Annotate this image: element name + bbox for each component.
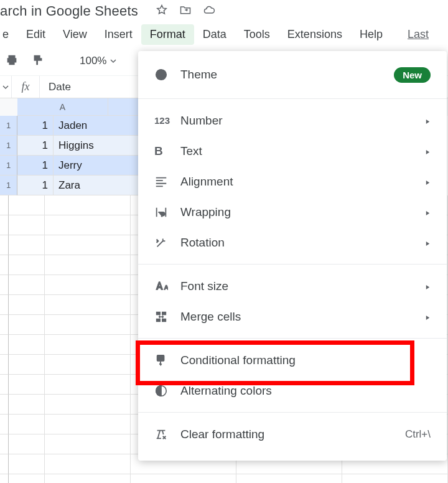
menu-extensions[interactable]: Extensions: [279, 24, 351, 45]
menu-last-edit[interactable]: Last: [399, 24, 437, 45]
menu-format[interactable]: Format: [141, 24, 194, 45]
cell[interactable]: [45, 315, 131, 335]
row-header[interactable]: [0, 295, 9, 315]
row-header[interactable]: [0, 415, 9, 434]
palette-icon: [154, 68, 180, 82]
zoom-value: 100%: [80, 55, 106, 67]
menu-item-rotation[interactable]: Rotation: [138, 227, 447, 258]
cell[interactable]: [9, 434, 45, 454]
row-header[interactable]: [0, 395, 9, 415]
cloud-icon[interactable]: [203, 4, 215, 19]
cell[interactable]: [45, 454, 131, 474]
cell[interactable]: [45, 335, 131, 355]
cell[interactable]: [45, 195, 131, 215]
cell[interactable]: [45, 255, 131, 275]
cell[interactable]: 1: [17, 176, 54, 195]
cell[interactable]: [9, 315, 45, 335]
row-header[interactable]: [0, 315, 9, 335]
row-header[interactable]: [0, 335, 9, 355]
cell[interactable]: [9, 415, 45, 434]
cell[interactable]: [131, 474, 236, 483]
menu-insert[interactable]: Insert: [96, 24, 141, 45]
paint-format-icon[interactable]: [31, 53, 45, 69]
menu-tools[interactable]: Tools: [235, 24, 279, 45]
cell[interactable]: [45, 395, 131, 415]
cell[interactable]: Zara: [54, 176, 139, 195]
row-header[interactable]: [0, 355, 9, 375]
row-header[interactable]: [0, 235, 9, 255]
menu-item-alignment[interactable]: Alignment: [138, 166, 447, 197]
menu-edit[interactable]: Edit: [17, 24, 54, 45]
cell[interactable]: [45, 235, 131, 255]
menu-item-conditional-formatting[interactable]: Conditional formatting: [138, 345, 447, 375]
cell[interactable]: [9, 454, 45, 474]
column-header-a[interactable]: A: [17, 98, 108, 116]
cell[interactable]: [45, 355, 131, 375]
move-folder-icon[interactable]: [179, 4, 192, 19]
menu-help[interactable]: Help: [351, 24, 391, 45]
row-header[interactable]: [0, 434, 9, 454]
cell[interactable]: [45, 375, 131, 395]
menu-item-theme[interactable]: Theme New: [138, 57, 447, 92]
row-header[interactable]: 1: [0, 156, 17, 176]
star-icon[interactable]: [156, 4, 168, 19]
cell[interactable]: [9, 335, 45, 355]
menu-item-clear-formatting[interactable]: Clear formatting Ctrl+\: [138, 419, 447, 449]
cell[interactable]: [9, 255, 45, 275]
menu-data[interactable]: Data: [194, 24, 235, 45]
zoom-select[interactable]: 100%: [80, 55, 116, 67]
formula-value[interactable]: Date: [40, 81, 71, 93]
menu-item-text[interactable]: B Text: [138, 136, 447, 166]
submenu-arrow-icon: [425, 279, 431, 293]
cell[interactable]: 1: [17, 136, 54, 156]
menu-view[interactable]: View: [54, 24, 96, 45]
cell[interactable]: [45, 415, 131, 434]
cell[interactable]: [9, 215, 45, 235]
cell[interactable]: [9, 195, 45, 215]
cell[interactable]: [9, 295, 45, 315]
cell[interactable]: [45, 275, 131, 295]
cell[interactable]: [9, 474, 45, 483]
select-all-corner[interactable]: [0, 98, 17, 116]
print-icon[interactable]: [5, 53, 19, 69]
menu-file[interactable]: e: [0, 24, 17, 45]
cell[interactable]: [45, 215, 131, 235]
row-header[interactable]: [0, 255, 9, 275]
cell[interactable]: [9, 275, 45, 295]
cell[interactable]: [9, 235, 45, 255]
cell[interactable]: Jerry: [54, 156, 139, 176]
bold-icon: B: [154, 144, 180, 158]
cell[interactable]: 1: [17, 116, 54, 136]
menu-item-merge[interactable]: Merge cells: [138, 301, 447, 332]
rotation-icon: [154, 236, 180, 250]
row-header[interactable]: [0, 474, 9, 483]
row-header[interactable]: [0, 454, 9, 474]
cell[interactable]: Jaden: [54, 116, 139, 136]
cell[interactable]: [236, 474, 342, 483]
menu-item-alternating-colors[interactable]: Alternating colors: [138, 375, 447, 406]
format-menu-dropdown: Theme New 123 Number B Text Alignment Wr…: [138, 51, 447, 461]
row-header[interactable]: 1: [0, 116, 17, 136]
row-header[interactable]: 1: [0, 136, 17, 156]
row-header[interactable]: [0, 195, 9, 215]
menu-item-label: Alignment: [180, 175, 233, 189]
row-header[interactable]: [0, 275, 9, 295]
row-header[interactable]: 1: [0, 176, 17, 195]
menu-item-fontsize[interactable]: Font size: [138, 271, 447, 301]
menu-item-number[interactable]: 123 Number: [138, 105, 447, 136]
cell[interactable]: Higgins: [54, 136, 139, 156]
row-header[interactable]: [0, 215, 9, 235]
document-title[interactable]: arch in Google Sheets: [0, 3, 138, 19]
merge-icon: [154, 310, 180, 324]
cell[interactable]: [45, 474, 131, 483]
cell[interactable]: [9, 395, 45, 415]
name-box-dropdown[interactable]: [0, 84, 11, 90]
menu-item-wrapping[interactable]: Wrapping: [138, 197, 447, 227]
cell[interactable]: [45, 295, 131, 315]
row-header[interactable]: [0, 375, 9, 395]
cell[interactable]: [9, 355, 45, 375]
cell[interactable]: [342, 474, 448, 483]
cell[interactable]: [9, 375, 45, 395]
cell[interactable]: [45, 434, 131, 454]
cell[interactable]: 1: [17, 156, 54, 176]
